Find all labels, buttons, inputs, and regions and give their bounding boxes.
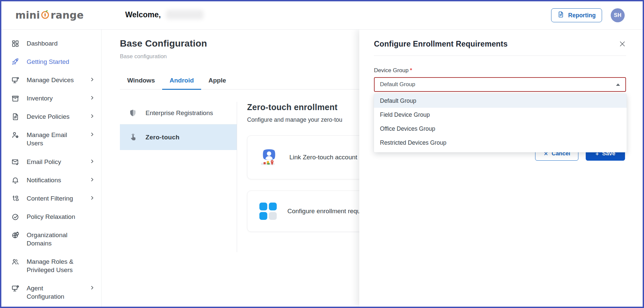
- sidebar-item-label: Inventory: [27, 94, 82, 102]
- caret-up-icon: [616, 83, 620, 86]
- monitor-device-icon: [11, 76, 19, 84]
- globe-lock-icon: [11, 231, 19, 239]
- chevron-right-icon: [90, 159, 95, 164]
- reporting-button-label: Reporting: [568, 12, 596, 19]
- welcome-label: Welcome,: [125, 10, 161, 19]
- drawer-divider: [374, 56, 626, 56]
- subnav-item-enterprise-registrations[interactable]: Enterprise Registrations: [120, 102, 237, 124]
- option-field-device-group[interactable]: Field Device Group: [374, 108, 627, 122]
- sidebar-item-getting-started[interactable]: Getting Started: [1, 53, 101, 71]
- welcome-message: Welcome,: [125, 10, 203, 19]
- option-office-devices-group[interactable]: Office Devices Group: [374, 122, 627, 136]
- sidebar-item-label: Manage Roles & Privileged Users: [27, 257, 83, 274]
- brand-text-range: range: [51, 9, 84, 21]
- sidebar-item-email-policy[interactable]: Email Policy: [1, 153, 101, 171]
- sidebar-item-manage-roles-privileged-users[interactable]: Manage Roles & Privileged Users: [1, 252, 101, 279]
- sidebar-item-organizational-domains[interactable]: Organizational Domains: [1, 226, 101, 252]
- sidebar: DashboardGetting StartedManage DevicesIn…: [1, 30, 102, 307]
- sidebar-item-policy-relaxation[interactable]: Policy Relaxation: [1, 208, 101, 226]
- sidebar-item-label: Notifications: [27, 176, 82, 184]
- chevron-right-icon: [90, 285, 95, 290]
- option-default-group[interactable]: Default Group: [374, 94, 627, 108]
- sidebar-item-label: Content Filtering: [27, 194, 82, 203]
- close-icon[interactable]: [619, 40, 626, 48]
- device-group-select[interactable]: Default Group: [374, 77, 626, 92]
- touch-icon: [129, 133, 137, 142]
- report-icon: [557, 11, 564, 20]
- sidebar-item-label: Agent Configuration: [27, 284, 82, 301]
- tab-apple[interactable]: Apple: [201, 72, 233, 90]
- check-circle-icon: [11, 213, 19, 221]
- filter-tree-icon: [11, 195, 19, 203]
- card-label: Configure enrollment requ: [287, 208, 361, 215]
- sidebar-item-dashboard[interactable]: Dashboard: [1, 34, 101, 53]
- sidebar-item-label: Email Policy: [27, 158, 82, 166]
- chevron-right-icon: [90, 177, 95, 182]
- drawer-title: Configure Enrollment Requirements: [374, 40, 507, 49]
- blocks-grid-icon: [259, 202, 277, 221]
- bell-icon: [11, 176, 19, 184]
- users-icon: [11, 258, 19, 266]
- sidebar-item-label: Device Policies: [27, 112, 82, 121]
- sidebar-item-content-filtering[interactable]: Content Filtering: [1, 189, 101, 208]
- user-name-redacted: [166, 10, 203, 19]
- sidebar-item-label: Policy Relaxation: [27, 213, 83, 221]
- sidebar-item-agent-configuration[interactable]: Agent Configuration: [1, 279, 101, 306]
- chevron-right-icon: [90, 114, 95, 118]
- subnav-item-label: Zero-touch: [146, 134, 179, 141]
- enrollment-drawer: Configure Enrollment Requirements Device…: [359, 30, 643, 307]
- tab-android[interactable]: Android: [162, 72, 201, 90]
- sidebar-item-inventory[interactable]: Inventory: [1, 89, 101, 107]
- card-label: Link Zero-touch account: [289, 154, 357, 161]
- header-actions: Reporting SH: [551, 1, 625, 29]
- sidebar-item-label: Getting Started: [27, 58, 83, 66]
- option-restricted-devices-group[interactable]: Restricted Devices Group: [374, 136, 627, 150]
- sidebar-item-label: Manage Email Users: [27, 131, 82, 147]
- dashboard-icon: [11, 40, 19, 48]
- device-group-label: Device Group*: [374, 67, 626, 74]
- sidebar-item-label: Dashboard: [27, 39, 83, 48]
- orange-icon: [40, 9, 51, 22]
- shield-icon: [129, 109, 137, 117]
- user-gear-icon: [11, 131, 19, 139]
- app-header: mini range Welcome, Reporting SH: [1, 1, 643, 30]
- policy-document-icon: [11, 113, 19, 121]
- subnav-item-label: Enterprise Registrations: [146, 109, 213, 117]
- brand-text-mini: mini: [15, 9, 40, 21]
- app-window: mini range Welcome, Reporting SH Dashboa…: [0, 0, 644, 308]
- subnav: Enterprise RegistrationsZero-touch: [120, 102, 237, 252]
- chevron-right-icon: [90, 196, 95, 200]
- device-group-menu: Default GroupField Device GroupOffice De…: [374, 94, 627, 152]
- zero-touch-logo-icon: [259, 147, 279, 168]
- sidebar-item-manage-email-users[interactable]: Manage Email Users: [1, 126, 101, 152]
- envelope-check-icon: [11, 158, 19, 166]
- device-group-select-value: Default Group: [380, 81, 415, 88]
- brand-logo: mini range: [15, 9, 84, 22]
- sidebar-item-label: Organizational Domains: [27, 231, 83, 247]
- tab-windows[interactable]: Windows: [120, 72, 162, 90]
- sidebar-item-manage-devices[interactable]: Manage Devices: [1, 71, 101, 89]
- chevron-right-icon: [90, 77, 95, 82]
- subnav-item-zero-touch[interactable]: Zero-touch: [120, 124, 237, 150]
- inventory-box-icon: [11, 94, 19, 102]
- sidebar-item-label: Manage Devices: [27, 76, 82, 84]
- reporting-button[interactable]: Reporting: [551, 8, 602, 22]
- sidebar-item-device-policies[interactable]: Device Policies: [1, 107, 101, 126]
- sidebar-nav: DashboardGetting StartedManage DevicesIn…: [1, 34, 101, 306]
- rocket-icon: [11, 58, 19, 66]
- monitor-gear-icon: [11, 284, 19, 292]
- platform-tabs: WindowsAndroidApple: [120, 72, 367, 89]
- chevron-right-icon: [90, 95, 95, 100]
- avatar[interactable]: SH: [611, 8, 625, 22]
- chevron-right-icon: [90, 132, 95, 137]
- sidebar-item-notifications[interactable]: Notifications: [1, 171, 101, 189]
- required-asterisk: *: [410, 67, 412, 74]
